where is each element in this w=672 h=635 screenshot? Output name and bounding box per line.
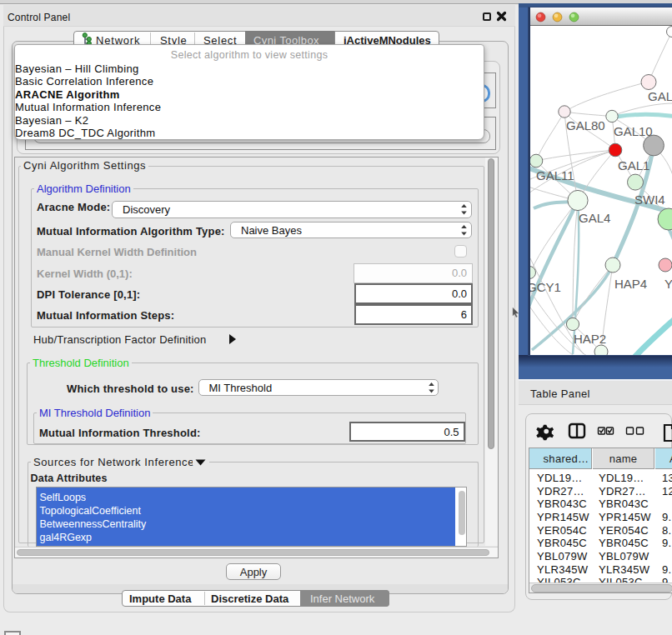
svg-text:HAP2: HAP2 [574, 332, 606, 346]
svg-text:GCY1: GCY1 [527, 280, 561, 294]
svg-text:GAL10: GAL10 [614, 124, 653, 138]
svg-text:SWI4: SWI4 [634, 192, 665, 207]
svg-text:HAP4: HAP4 [614, 277, 647, 291]
svg-text:YEL: YEL [664, 277, 672, 291]
svg-text:GAL11: GAL11 [536, 168, 574, 182]
svg-text:GAL1: GAL1 [618, 158, 649, 172]
svg-text:GAL4: GAL4 [579, 211, 610, 225]
svg-text:GAL80: GAL80 [566, 118, 605, 132]
svg-text:GAL7: GAL7 [648, 89, 672, 103]
